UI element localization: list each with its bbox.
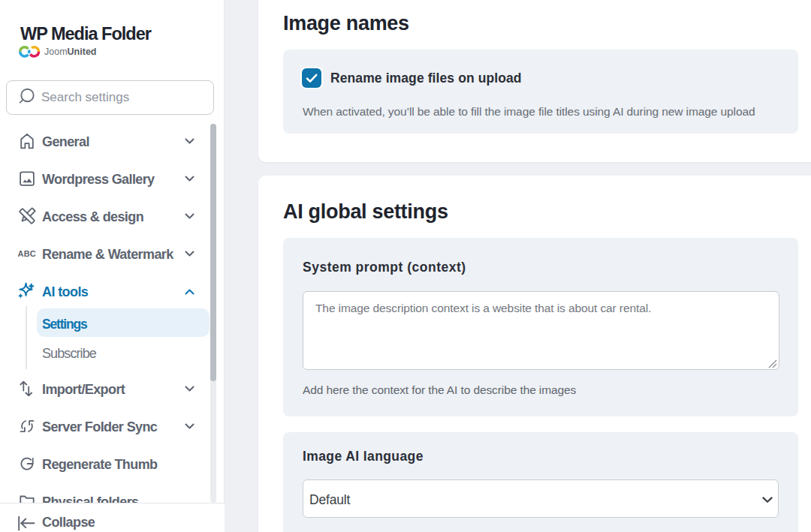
svg-text:ABC: ABC xyxy=(18,249,36,258)
